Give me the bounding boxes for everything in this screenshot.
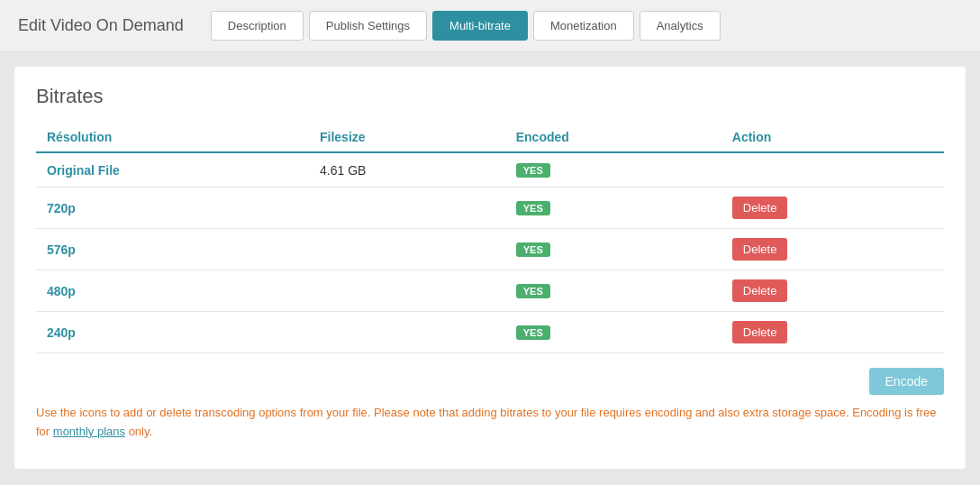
encoded-badge: YES: [516, 242, 550, 257]
delete-button[interactable]: Delete: [732, 279, 788, 302]
col-resolution: Résolution: [36, 123, 309, 152]
cell-action: Delete: [721, 188, 944, 229]
cell-encoded: YES: [505, 152, 721, 188]
page-title: Edit Video On Demand: [18, 16, 184, 35]
cell-resolution: 576p: [36, 229, 309, 270]
resolution-link[interactable]: 480p: [47, 284, 76, 298]
table-row: Original File4.61 GBYES: [36, 152, 944, 188]
col-filesize: Filesize: [309, 123, 505, 152]
delete-button[interactable]: Delete: [732, 321, 788, 343]
cell-filesize: [309, 312, 505, 353]
cell-filesize: 4.61 GB: [309, 152, 505, 188]
tab-multi-bitrate[interactable]: Multi-bitrate: [432, 11, 528, 41]
tab-analytics[interactable]: Analytics: [640, 11, 721, 41]
cell-filesize: [309, 270, 505, 312]
encode-row: Encode: [36, 368, 944, 395]
resolution-link[interactable]: 576p: [47, 242, 76, 257]
tab-navigation: Description Publish Settings Multi-bitra…: [211, 11, 721, 41]
cell-action: Delete: [721, 229, 944, 270]
delete-button[interactable]: Delete: [732, 238, 788, 261]
col-encoded: Encoded: [505, 123, 721, 152]
cell-resolution: Original File: [36, 152, 309, 188]
bitrates-table: Résolution Filesize Encoded Action Origi…: [36, 123, 944, 353]
info-text: Use the icons to add or delete transcodi…: [36, 404, 944, 442]
encoded-badge: YES: [516, 201, 550, 215]
col-action: Action: [721, 123, 944, 152]
cell-encoded: YES: [505, 188, 721, 229]
table-row: 576pYESDelete: [36, 229, 944, 270]
info-text-main: Use the icons to add or delete transcodi…: [36, 406, 936, 438]
resolution-link[interactable]: 720p: [47, 201, 76, 215]
monthly-plans-link[interactable]: monthly plans: [53, 425, 125, 438]
table-row: 480pYESDelete: [36, 270, 944, 312]
cell-filesize: [309, 188, 505, 229]
top-bar: Edit Video On Demand Description Publish…: [0, 0, 980, 52]
table-row: 240pYESDelete: [36, 312, 944, 353]
cell-filesize: [309, 229, 505, 270]
tab-monetization[interactable]: Monetization: [533, 11, 634, 41]
tab-description[interactable]: Description: [211, 11, 304, 41]
cell-resolution: 720p: [36, 188, 309, 229]
cell-action: Delete: [721, 312, 944, 353]
cell-action: [721, 152, 944, 188]
info-text-end: only.: [125, 425, 152, 438]
cell-action: Delete: [721, 270, 944, 312]
resolution-link[interactable]: Original File: [47, 163, 120, 178]
table-header-row: Résolution Filesize Encoded Action: [36, 123, 944, 152]
main-content: Bitrates Résolution Filesize Encoded Act…: [14, 67, 966, 469]
encoded-badge: YES: [516, 163, 550, 178]
delete-button[interactable]: Delete: [732, 197, 788, 219]
section-title: Bitrates: [36, 85, 944, 108]
encoded-badge: YES: [516, 284, 550, 298]
cell-encoded: YES: [505, 270, 721, 312]
cell-resolution: 240p: [36, 312, 309, 353]
table-row: 720pYESDelete: [36, 188, 944, 229]
cell-encoded: YES: [505, 312, 721, 353]
resolution-link[interactable]: 240p: [47, 325, 76, 340]
encode-button[interactable]: Encode: [869, 368, 944, 395]
cell-resolution: 480p: [36, 270, 309, 312]
cell-encoded: YES: [505, 229, 721, 270]
tab-publish-settings[interactable]: Publish Settings: [309, 11, 427, 41]
encoded-badge: YES: [516, 325, 550, 340]
